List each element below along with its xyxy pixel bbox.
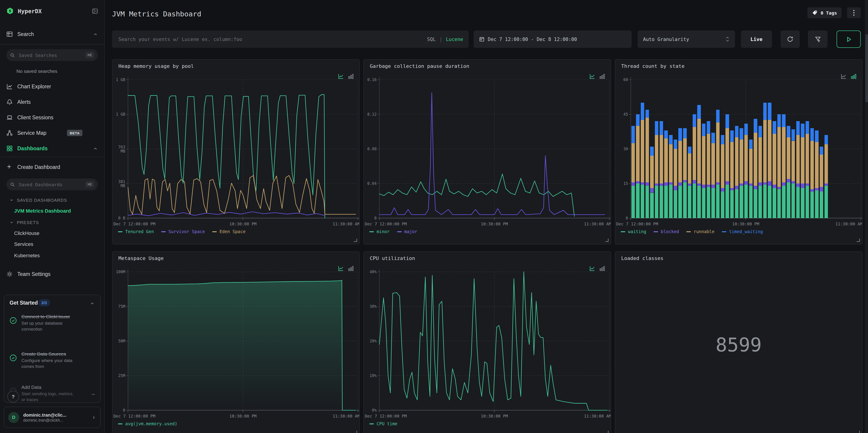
saved-searches-search[interactable]: ⌘K	[6, 49, 98, 61]
scrollbar-thumb[interactable]	[865, 34, 868, 102]
chevron-down-icon	[9, 198, 14, 202]
create-dashboard-label: Create Dashboard	[17, 164, 60, 170]
bar-chart-icon[interactable]	[599, 266, 605, 271]
panel-title: CPU utilization	[370, 255, 415, 261]
language-toggle: SQL | Lucene	[427, 36, 463, 42]
saved-dashboards-input[interactable]	[18, 181, 83, 187]
panel-resize-handle[interactable]	[354, 239, 357, 242]
presets-section-header[interactable]: PRESETS	[9, 220, 39, 225]
chart-legend: waitingblockedrunnabletimed_waiting	[621, 229, 763, 234]
sql-toggle[interactable]: SQL	[427, 36, 436, 42]
legend-item[interactable]: minor	[369, 229, 390, 234]
legend-item[interactable]: timed_waiting	[722, 229, 763, 234]
tags-button[interactable]: 0 Tags	[807, 7, 842, 18]
plus-icon	[6, 164, 13, 170]
chart-legend: minormajor	[369, 229, 417, 234]
line-chart-icon[interactable]	[589, 73, 595, 79]
filter-button[interactable]	[808, 31, 828, 48]
panel-resize-handle[interactable]	[605, 239, 609, 242]
legend-item[interactable]: waiting	[621, 229, 646, 234]
user-menu[interactable]: D dominic.tran@clic... dominic.tran@clic…	[4, 407, 101, 428]
svg-text:100M: 100M	[116, 270, 125, 274]
tags-label: 0 Tags	[820, 10, 837, 15]
legend-item[interactable]: Eden Space	[212, 229, 245, 234]
create-dashboard-button[interactable]: Create Dashboard	[4, 161, 101, 173]
sidebar-item-client-sessions[interactable]: Client Sessions	[4, 112, 101, 123]
svg-text:45: 45	[623, 112, 628, 117]
chart-legend: CPU time	[369, 421, 398, 426]
main-content: JVM Metrics Dashboard 0 Tags SQL | Lucen…	[104, 0, 868, 433]
user-email: dominic.tran@clickh...	[23, 418, 87, 422]
chart-legend: avg(jvm.memory.used)	[118, 421, 177, 426]
legend-item[interactable]: Survivor Space	[161, 229, 205, 234]
dashboards-icon	[6, 145, 13, 152]
arrow-right-icon: →	[90, 390, 96, 403]
bar-chart-icon[interactable]	[348, 266, 354, 271]
collapse-sidebar-icon[interactable]	[92, 8, 98, 14]
saved-dashboards-section-header[interactable]: SAVED DASHBOARDS	[9, 197, 67, 203]
sidebar-item-team-settings[interactable]: Team Settings	[4, 268, 101, 280]
header-actions: 0 Tags	[807, 7, 861, 18]
sidebar-item-search[interactable]: Search	[4, 28, 101, 40]
legend-item[interactable]: CPU time	[369, 421, 398, 426]
chart-type-toggle	[338, 73, 354, 79]
language-separator: |	[439, 36, 442, 42]
preset-item-kubernetes[interactable]: Kubernetes	[14, 253, 40, 258]
event-search-input[interactable]	[118, 36, 423, 42]
get-started-item-connect[interactable]: Connect to ClickHouse Set up your databa…	[9, 313, 96, 332]
sidebar-item-service-map[interactable]: Service Map BETA	[4, 127, 101, 139]
granularity-select[interactable]: Auto Granularity	[638, 31, 735, 48]
line-chart-icon[interactable]	[841, 73, 846, 79]
live-button[interactable]: Live	[741, 31, 772, 48]
legend-item[interactable]: major	[397, 229, 417, 234]
legend-item[interactable]: blocked	[653, 229, 679, 234]
panel-resize-handle[interactable]	[857, 239, 860, 242]
sidebar-item-dashboards[interactable]: Dashboards	[4, 143, 101, 154]
bar-chart-icon[interactable]	[599, 73, 605, 79]
legend-item[interactable]: Tenured Gen	[118, 229, 154, 234]
sidebar-item-alerts[interactable]: Alerts	[4, 96, 101, 108]
section-label: SAVED DASHBOARDS	[17, 197, 67, 203]
get-started-item-sources[interactable]: Create Data Sources Configure where your…	[9, 350, 96, 370]
get-started-item-add-data[interactable]: Add Data Start sending logs, metrics, or…	[9, 384, 96, 403]
panel-resize-handle[interactable]	[354, 431, 357, 433]
lucene-toggle[interactable]: Lucene	[446, 36, 463, 42]
get-started-title: Get Started	[9, 300, 38, 306]
date-range-picker[interactable]: Dec 7 12:00:00 - Dec 8 12:00:00	[474, 31, 632, 48]
bar-chart-icon[interactable]	[348, 73, 354, 79]
legend-item[interactable]: avg(jvm.memory.used)	[118, 421, 177, 426]
chart-type-toggle	[841, 73, 857, 79]
panel-resize-handle[interactable]	[605, 431, 609, 433]
line-chart-icon[interactable]	[589, 266, 595, 271]
chevron-up-icon[interactable]	[90, 301, 95, 306]
line-chart-icon[interactable]	[338, 73, 344, 79]
filter-edit-icon	[814, 36, 821, 42]
line-chart-icon[interactable]	[338, 266, 344, 271]
svg-text:0: 0	[626, 216, 628, 220]
bar-chart-icon[interactable]	[851, 73, 857, 79]
sidebar-item-label: Chart Explorer	[17, 84, 98, 89]
app-root: HyperDX Search ⌘K No saved searches	[0, 0, 868, 433]
legend-item[interactable]: runnable	[686, 229, 715, 234]
preset-item-clickhouse[interactable]: ClickHouse	[14, 230, 39, 236]
saved-searches-input[interactable]	[18, 52, 83, 58]
chart-explorer-icon	[6, 83, 13, 90]
run-query-button[interactable]	[837, 31, 861, 48]
page-title: JVM Metrics Dashboard	[112, 10, 201, 18]
task-subtitle: Set up your database connection	[22, 320, 78, 332]
panel-menu-button[interactable]	[847, 7, 861, 18]
brand-row: HyperDX	[6, 5, 98, 17]
scrollbar-track[interactable]	[865, 0, 868, 433]
svg-text:15: 15	[623, 181, 628, 186]
svg-text:0.16: 0.16	[367, 78, 377, 82]
refresh-button[interactable]	[781, 31, 800, 48]
saved-dashboards-search[interactable]: ⌘K	[6, 179, 98, 190]
panel-resize-handle[interactable]	[857, 431, 860, 433]
saved-dashboard-item[interactable]: JVM Metrics Dashboard	[14, 208, 71, 214]
dashboard-grid: Heap memory usage by pool1 GB1 GB763MB38…	[112, 59, 863, 433]
sidebar-item-chart-explorer[interactable]: Chart Explorer	[4, 81, 101, 92]
preset-item-services[interactable]: Services	[14, 241, 33, 247]
sidebar-item-label: Client Sessions	[17, 115, 98, 120]
sidebar-item-label: Search	[17, 31, 88, 37]
help-button[interactable]: ?	[7, 391, 19, 402]
